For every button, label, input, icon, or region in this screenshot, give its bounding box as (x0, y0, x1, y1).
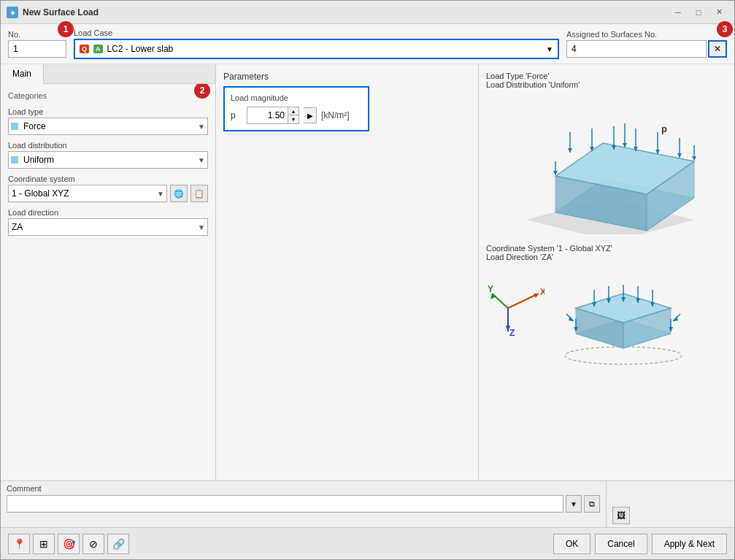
comment-copy-btn[interactable]: ⧉ (584, 495, 600, 513)
mid-panel: Parameters Load magnitude p ▲ ▼ ▶ (216, 64, 479, 480)
assigned-row: ✕ (566, 40, 727, 58)
load-dist-select[interactable]: Uniform (8, 151, 208, 169)
comment-input[interactable] (7, 495, 563, 513)
minimize-button[interactable]: ─ (669, 5, 688, 20)
load-type-label: Load type (8, 107, 208, 116)
viz-top-svg: p (504, 96, 709, 234)
window-controls: ─ □ ✕ (669, 5, 728, 20)
comment-input-row: ▼ ⧉ (7, 495, 600, 513)
window-title: New Surface Load (23, 7, 664, 18)
load-magnitude-label: Load magnitude (231, 93, 362, 102)
parameters-label: Parameters (223, 72, 471, 82)
badge-3: 3 (717, 21, 733, 37)
load-dist-wrapper: Uniform ▼ (8, 151, 208, 169)
load-dir-select[interactable]: ZA (8, 218, 208, 236)
svg-line-24 (508, 294, 539, 308)
no-group: No. 1 1 (8, 30, 66, 58)
maximize-button[interactable]: □ (689, 5, 708, 20)
coord-system-group: 1 - Global XYZ ▼ 🌐 📋 (8, 185, 208, 202)
svg-text:p: p (661, 123, 667, 134)
main-window: ◈ New Surface Load ─ □ ✕ No. 1 1 Load Ca… (0, 0, 735, 560)
viz-type-labels: Load Type 'Force' Load Distribution 'Uni… (486, 72, 727, 89)
lc-badge-a: A (93, 45, 103, 53)
tab-main[interactable]: Main (1, 64, 44, 84)
viz-type-label2: Load Distribution 'Uniform' (486, 80, 727, 89)
categories-label: Categories (8, 91, 208, 100)
comment-label: Comment (7, 484, 600, 493)
load-case-label: Load Case (74, 28, 559, 37)
assigned-select-button[interactable]: ✕ (708, 40, 727, 58)
param-spin-down[interactable]: ▼ (288, 115, 299, 123)
param-input-group: ▲ ▼ (247, 107, 299, 124)
assigned-group: Assigned to Surfaces No. ✕ 3 (566, 30, 727, 58)
panel-content: 2 Categories Load type Force ▼ Load d (1, 84, 215, 480)
viz-type-label1: Load Type 'Force' (486, 72, 727, 80)
badge-1: 1 (58, 21, 74, 37)
svg-text:Z: Z (509, 328, 515, 337)
svg-text:Y: Y (488, 284, 493, 294)
load-dist-row: Load distribution Uniform ▼ (8, 141, 208, 169)
comment-section: Comment ▼ ⧉ (1, 481, 607, 527)
rotated-slab-svg (550, 264, 696, 367)
apply-next-button[interactable]: Apply & Next (652, 534, 727, 554)
load-type-select[interactable]: Force (8, 118, 208, 135)
load-case-box[interactable]: Q A LC2 - Lower slab ▼ (74, 39, 559, 59)
ok-button[interactable]: OK (553, 534, 590, 554)
comment-bar: Comment ▼ ⧉ 🖼 (1, 480, 734, 527)
load-case-arrow: ▼ (546, 45, 553, 53)
coord-system-label: Coordinate system (8, 174, 208, 183)
param-unit: [kN/m²] (321, 110, 350, 120)
lc-badge-q: Q (80, 45, 89, 53)
coord-system-select[interactable]: 1 - Global XYZ (8, 185, 167, 202)
action-buttons: OK Cancel Apply & Next (553, 534, 727, 554)
viz-coord-label2: Load Direction 'ZA' (486, 253, 727, 261)
params-section: Parameters Load magnitude p ▲ ▼ ▶ (216, 64, 478, 480)
param-row: p ▲ ▼ ▶ [kN/m²] (231, 107, 362, 124)
no-value: 1 (8, 40, 66, 58)
param-spinners: ▲ ▼ (288, 107, 299, 123)
coord-system-wrapper: 1 - Global XYZ ▼ (8, 185, 167, 202)
top-bar: No. 1 1 Load Case Q A LC2 - Lower slab ▼… (1, 24, 734, 64)
svg-marker-21 (692, 156, 696, 161)
coord-btn-1[interactable]: 🌐 (170, 185, 188, 202)
viz-top: p (486, 92, 727, 238)
comment-dropdown-btn[interactable]: ▼ (566, 495, 582, 513)
main-content: Main 2 Categories Load type Force ▼ (1, 64, 734, 480)
coord-btn-2[interactable]: 📋 (191, 185, 208, 202)
load-type-color (11, 123, 18, 130)
assigned-label: Assigned to Surfaces No. (566, 30, 727, 39)
toolbar-btn-2[interactable]: ⊞ (33, 534, 55, 554)
svg-point-33 (565, 347, 682, 364)
param-arrow-btn[interactable]: ▶ (304, 107, 317, 123)
param-spin-up[interactable]: ▲ (288, 107, 299, 115)
toolbar-btn-3[interactable]: 🎯 (58, 534, 80, 554)
load-case-group: Load Case Q A LC2 - Lower slab ▼ (74, 28, 559, 59)
viz-export-btn[interactable]: 🖼 (612, 507, 630, 524)
bottom-toolbar: 📍 ⊞ 🎯 ⊘ 🔗 (8, 534, 129, 554)
viz-coord-labels: Coordinate System '1 - Global XYZ' Load … (486, 244, 727, 261)
svg-marker-17 (677, 153, 682, 158)
load-dir-wrapper: ZA ▼ (8, 218, 208, 236)
load-type-wrapper: Force ▼ (8, 118, 208, 135)
cancel-button[interactable]: Cancel (595, 534, 647, 554)
load-case-value: LC2 - Lower slab (107, 44, 542, 54)
tab-bar: Main (1, 64, 215, 84)
axes-area: X Y Z (486, 264, 544, 473)
svg-marker-12 (568, 148, 572, 153)
app-icon: ◈ (7, 7, 18, 18)
param-input[interactable] (247, 107, 288, 123)
toolbar-btn-4[interactable]: ⊘ (82, 534, 104, 554)
axes-svg: X Y Z (486, 272, 544, 337)
left-panel: Main 2 Categories Load type Force ▼ (1, 64, 216, 480)
svg-text:X: X (540, 287, 544, 297)
comment-right: 🖼 (607, 481, 734, 527)
assigned-input[interactable] (566, 40, 707, 58)
close-button[interactable]: ✕ (709, 5, 728, 20)
load-type-row: Load type Force ▼ (8, 107, 208, 135)
load-dist-color (11, 156, 18, 164)
toolbar-btn-5[interactable]: 🔗 (107, 534, 129, 554)
viz-coord-label1: Coordinate System '1 - Global XYZ' (486, 244, 727, 253)
bottom-bar: 📍 ⊞ 🎯 ⊘ 🔗 OK Cancel Apply & Next (1, 527, 734, 559)
load-dir-row: Load direction ZA ▼ (8, 208, 208, 236)
toolbar-btn-1[interactable]: 📍 (8, 534, 30, 554)
